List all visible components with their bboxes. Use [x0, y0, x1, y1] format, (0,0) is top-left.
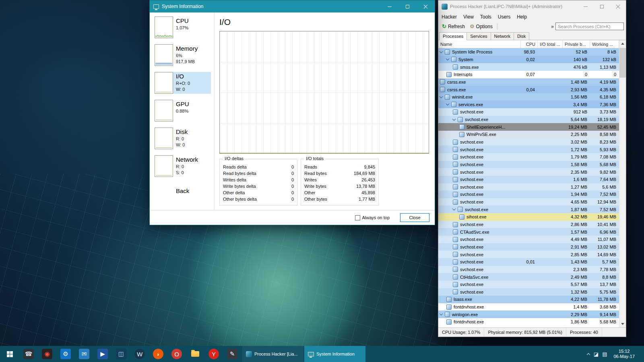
process-row[interactable]: Interrupts0,0700 — [438, 71, 619, 78]
column-header-io-total[interactable]: I/O total ... — [538, 40, 563, 48]
process-row[interactable]: csrss.exe1,48 MB4,19 MB — [438, 78, 619, 86]
column-header-name[interactable]: Name — [438, 40, 521, 48]
start-button[interactable] — [0, 346, 19, 362]
process-row[interactable]: svchost.exe912 kB3,73 MB — [438, 108, 619, 116]
process-row[interactable]: svchost.exe2,3 MB7,78 MB — [438, 266, 619, 274]
process-row[interactable]: svchost.exe4,49 MB11,07 MB — [438, 236, 619, 243]
tab-disk[interactable]: Disk — [514, 32, 529, 40]
scroll-down-button[interactable] — [619, 321, 626, 327]
process-row[interactable]: smss.exe476 kB1,13 MB — [438, 63, 619, 71]
options-button[interactable]: ⚙ Options — [467, 23, 495, 30]
menu-tools[interactable]: Tools — [477, 13, 495, 21]
process-row[interactable]: services.exe3,4 MB7,36 MB — [438, 101, 619, 108]
scroll-up-button[interactable] — [619, 40, 626, 47]
process-row[interactable]: CTAudSvc.exe1,57 MB6,96 MB — [438, 228, 619, 236]
back-button[interactable]: Back — [176, 187, 211, 194]
process-row[interactable]: csrss.exe0,042,93 MB4,35 MB — [438, 86, 619, 93]
process-row[interactable]: svchost.exe5,64 MB18,19 MB — [438, 116, 619, 123]
tab-services[interactable]: Services — [466, 32, 491, 40]
sysinfo-nav-io[interactable]: I/OR+O: 0W: 0 — [155, 72, 211, 94]
expander-icon[interactable] — [452, 207, 456, 210]
minimize-button[interactable] — [380, 0, 398, 12]
ph-close-button[interactable] — [610, 0, 626, 12]
process-row[interactable]: svchost.exe1,72 MB5,93 MB — [438, 146, 619, 153]
vertical-scrollbar[interactable] — [619, 40, 626, 327]
show-hidden-icons-button[interactable] — [587, 350, 590, 358]
close-dialog-button[interactable]: Close — [400, 213, 429, 222]
column-header-private-bytes[interactable]: Private b... — [563, 40, 590, 48]
expander-icon[interactable] — [440, 312, 443, 315]
process-row[interactable]: CtHdaSvc.exe2,49 MB8,8 MB — [438, 273, 619, 281]
process-row[interactable]: fontdrvhost.exe1,4 MB3,68 MB — [438, 303, 619, 311]
expander-icon[interactable] — [452, 117, 456, 120]
menu-help[interactable]: Help — [514, 13, 530, 21]
ph-titlebar[interactable]: Process Hacker [LianLiPC-7NB\Mikai]+ (Ad… — [438, 0, 626, 12]
tray-notes-icon[interactable]: ▤ — [602, 352, 607, 357]
expander-icon[interactable] — [440, 50, 443, 53]
process-row[interactable]: svchost.exe2,35 MB9,82 MB — [438, 168, 619, 176]
checkbox-box[interactable] — [355, 215, 360, 220]
expander-icon[interactable] — [440, 95, 443, 98]
expander-icon[interactable] — [446, 57, 449, 60]
taskbar-app-opera[interactable]: O — [167, 346, 186, 362]
maximize-button[interactable] — [398, 0, 417, 12]
toolbar-overflow-button[interactable]: » — [551, 24, 554, 29]
process-row[interactable]: svchost.exe3,02 MB8,23 MB — [438, 138, 619, 146]
process-row[interactable]: svchost.exe1,79 MB7,08 MB — [438, 153, 619, 161]
process-row[interactable]: svchost.exe1,87 MB7,52 MB — [438, 206, 619, 213]
sysinfo-nav-disk[interactable]: DiskR: 0W: 0 — [155, 128, 211, 149]
taskbar-app-mail[interactable]: ✉ — [75, 346, 93, 362]
menu-view[interactable]: View — [460, 13, 477, 21]
sysinfo-nav-cpu[interactable]: CPU1.07% — [155, 16, 211, 38]
sysinfo-nav-gpu[interactable]: GPU0.88% — [155, 100, 211, 121]
tab-network[interactable]: Network — [491, 32, 514, 40]
process-row[interactable]: WmiPrvSE.exe2,25 MB8,58 MB — [438, 131, 619, 138]
taskbar-app-editor[interactable]: ✎ — [223, 346, 242, 362]
taskbar-app-yandex[interactable]: Y — [204, 346, 223, 362]
sysinfo-nav-memory[interactable]: Memory6%917,9 MB — [155, 44, 211, 66]
tray-app-icon[interactable]: ◪ — [594, 352, 599, 357]
sysinfo-nav-network[interactable]: NetworkR: 0S: 0 — [155, 155, 211, 177]
taskbar-button-process-hacker[interactable]: Process Hacker [Lia... — [242, 346, 303, 362]
taskbar-app-media-red[interactable]: ◉ — [38, 346, 56, 362]
refresh-button[interactable]: ↻ Refresh — [440, 23, 467, 30]
process-row[interactable]: svchost.exe1,94 MB7,52 MB — [438, 191, 619, 198]
menu-users[interactable]: Users — [495, 13, 514, 21]
process-row[interactable]: svchost.exe2,86 MB10,41 MB — [438, 221, 619, 228]
close-button[interactable] — [417, 0, 435, 12]
process-row[interactable]: svchost.exe2,91 MB13,02 MB — [438, 243, 619, 251]
process-row[interactable]: sihost.exe4,32 MB19,46 MB — [438, 213, 619, 221]
process-row[interactable]: svchost.exe5,57 MB13,7 MB — [438, 281, 619, 288]
taskbar-app-movies[interactable]: ▶ — [93, 346, 112, 362]
sysinfo-titlebar[interactable]: System Information — [150, 0, 435, 12]
taskbar-app-file-explorer[interactable] — [186, 346, 204, 362]
process-row[interactable]: svchost.exe1,6 MB7,64 MB — [438, 176, 619, 183]
taskbar-app-firefox[interactable]: ◗ — [149, 346, 167, 362]
ph-maximize-button[interactable] — [594, 0, 610, 12]
process-row[interactable]: System0,02140 kB132 kB — [438, 56, 619, 64]
column-header-working-set[interactable]: Working ... — [590, 40, 619, 48]
taskbar-button-system-information[interactable]: System Information — [304, 346, 365, 362]
process-row[interactable]: lsass.exe4,22 MB11,78 MB — [438, 296, 619, 303]
tab-processes[interactable]: Processes — [439, 32, 467, 40]
taskbar-app-phone[interactable]: ☎ — [19, 346, 38, 362]
process-row[interactable]: ShellExperienceH...19,24 MB52,45 MB — [438, 123, 619, 131]
process-row[interactable]: svchost.exe1,27 MB5,6 MB — [438, 183, 619, 191]
io-graph[interactable] — [219, 31, 429, 154]
expander-icon[interactable] — [446, 102, 449, 105]
scrollbar-thumb[interactable] — [619, 48, 626, 78]
process-row[interactable]: svchost.exe1,32 MB5,75 MB — [438, 288, 619, 296]
taskbar-app-wordpress[interactable]: W — [130, 346, 149, 362]
process-row[interactable]: wininit.exe1,56 MB6,18 MB — [438, 93, 619, 101]
ph-minimize-button[interactable] — [578, 0, 594, 12]
search-input[interactable] — [555, 23, 624, 30]
always-on-top-checkbox[interactable]: Always on top — [355, 215, 390, 220]
process-row[interactable]: svchost.exe2,85 MB14,69 MB — [438, 251, 619, 258]
process-row[interactable]: fontdrvhost.exe1,86 MB5,68 MB — [438, 318, 619, 326]
taskbar-app-box[interactable]: ◫ — [112, 346, 130, 362]
process-row[interactable]: svchost.exe4,65 MB12,94 MB — [438, 198, 619, 206]
process-row[interactable]: svchost.exe1,58 MB5,68 MB — [438, 161, 619, 169]
taskbar-clock[interactable]: 15:12 06-May-17 — [611, 349, 637, 359]
menu-hacker[interactable]: Hacker — [438, 13, 460, 21]
taskbar-app-settings[interactable]: ⚙ — [56, 346, 75, 362]
